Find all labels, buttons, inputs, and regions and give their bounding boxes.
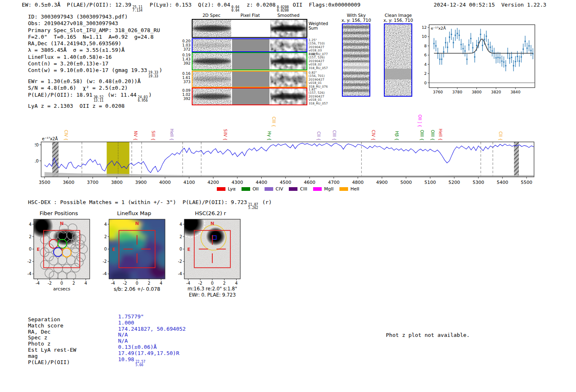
catalog-match-table: Separation1.75779"Match score1.000RA, De… [28,316,186,365]
legend-swatch [265,187,273,191]
header-summary: EW: 0.5±0.3Å P(LAE)/P(OII): 12.3925.117.… [22,2,360,13]
match-field-value: 1.000 [118,320,134,326]
stacked-fraction: 0.040.04 [232,6,239,13]
info-line: P(LAE)/P(OII): 18.9130.5213.11 (w: 11.44… [28,92,163,103]
legend-item: CIV [265,186,283,192]
y-tick-label: 2 [104,234,107,239]
photz-unavailable-note: Phot z plot not available. [386,332,470,338]
x-tick-label: 4700 [328,180,339,185]
emission-line-label: Hγ { [267,131,272,141]
x-tick-label: 0 [60,281,63,285]
x-tick-label: 3800 [471,90,481,94]
with-sky-coords: x, y: 156, 710 [341,18,372,23]
text-segment: HSC-DEX : Possible Matches = 1 (within +… [28,199,247,205]
detection-info-block: ID: 3003097943 (3003097943.pdf)Obs: 2019… [28,14,163,109]
text-segment: P(Lyα): 0.153 Q(z): 0.04 [143,2,230,8]
match-field-value: 174.241827, 50.694052 [118,326,186,332]
row-right-annotation: 1.81"(157, 526)20190427v018_01318_RU_057 [309,88,334,105]
text-segment: EWr = 1.30(±0.58) (w: 0.48(±0.20))Å [28,78,141,84]
legend-swatch [289,187,297,191]
y-tick-label: 20 [35,142,39,147]
line-fit-zoom-plot: 37603780380038203840024681012e⁻¹⁷x2Å [411,19,557,95]
x-tick-label: -2 [48,281,52,285]
row-left-stats: 0.191.43392 [179,53,190,65]
y-tick-label: 12 [422,25,427,30]
fiber-cutout-row [192,52,307,70]
fiber-plot-xlabel: arcsecs [53,286,70,292]
text-segment: ID: 3003097943 (3003097943.pdf) [28,14,128,20]
col-title-smoothed: Smoothed [269,13,308,18]
stacked-fraction: 24.036.956 [138,96,148,103]
weighted-sum-label: WeightedSum [309,21,328,30]
cutout-image-flat [232,20,269,37]
hsc-caption-line: m:16.3 re:2.0" s:1.8" [188,286,237,292]
x-tick-label: 4000 [159,180,171,185]
row-left-stat: 1.03 [179,43,190,47]
x-tick-label: 4200 [207,180,219,185]
legend-swatch [313,187,322,191]
stacked-fraction: 22.575.66 [135,360,145,367]
compass-east-label: E [187,247,190,252]
x-tick-label: 5200 [448,180,460,185]
y-tick-label: -2 [28,259,32,264]
info-line: F=2.0" T=0.165 N=1.11 A=0.92 g=24.8 [28,34,163,40]
row-left-stat: 372 [179,47,190,51]
text-segment: F=2.0" T=0.165 N=1.11 A=0.92 g=24.8 [28,34,153,40]
text-segment: ) [159,67,163,73]
x-tick-label: 5100 [425,180,436,185]
emission-line-label: CIV { [371,130,376,141]
row-right-annotation: 0.68"(157, 526)20190427v018_02318_RU_057 [309,53,334,70]
lineflux-map-plot: NE-4-4-2-2002244s/b: 2.06 +/- 0.078 [99,216,169,296]
match-field-label: mag [28,353,118,359]
row-left-stat: 373 [179,80,190,84]
text-segment: OII Flags:0x00000009 [290,2,360,8]
y-tick-label: 0 [424,81,427,85]
report-datetime: 2024-12-24 00:52:15 [434,2,495,8]
text-segment: RA,Dec (174.241943,50.693569) [28,40,121,46]
compass-east-label: E [112,247,115,252]
legend-label: MgII [324,186,334,192]
emission-line-label: OII ] { [418,115,422,127]
compass-north-label: N [210,221,214,226]
y-tick-label: 4 [29,222,31,227]
with-sky-title-text: With Sky [341,13,372,18]
row-left-stats: 0.161.61373 [179,72,190,84]
info-line: Obs: 20190427v018_3003097943 [28,20,163,27]
match-field-value: 10.9822.575.66 [118,356,146,362]
text-segment: Cont(w) = 9.10(±0.01)e-17 (gmag 19.33 [28,67,147,73]
y-tick-label: 10 [422,34,427,39]
row-right-annotation: 0.82"(156, 701)20190427v018_01318_RU_076 [309,71,334,88]
y-tick-label: -4 [28,271,32,276]
text-segment: (r) [259,199,272,205]
row-left-stat: 0.16 [179,72,190,76]
x-tick-label: -2 [198,281,202,285]
match-field-label: Separation [28,316,118,322]
cutout-image-flat [232,39,269,51]
info-line: Cont(w) = 9.10(±0.01)e-17 (gmag 19.3319.… [28,67,163,78]
x-tick-label: 3600 [63,180,74,185]
fiber-cutout-row [192,38,307,52]
x-tick-label: 0 [211,281,214,285]
x-tick-label: 5400 [497,180,508,185]
x-tick-label: 2 [223,281,225,285]
info-line: RA,Dec (174.241943,50.693569) [28,40,163,47]
info-line: Cont(n) = 3.20(±0.13)e-17 [28,60,163,67]
cutout-image-smooth [270,72,307,87]
text-segment: EW: 0.5±0.3Å P(LAE)/P(OII): 12.39 [22,2,131,8]
emission-line-label: CII { [316,132,321,141]
x-tick-label: 0 [136,281,138,285]
text-segment: λ = 3805.45Å σ = 3.55(±1.59)Å [28,47,125,53]
row-left-stat: 1.02 [179,93,190,97]
emission-line-label: NV { [133,131,138,141]
x-tick-label: 2 [148,281,150,285]
x-tick-label: 3800 [111,180,123,185]
match-table-row: Spec zN/A [28,334,186,341]
legend-swatch [242,187,250,191]
x-tick-label: 3820 [491,90,501,94]
y-tick-label: 6 [424,53,427,57]
cutout-image-smooth [270,20,307,37]
y-tick-label: 8 [424,44,427,48]
y-tick-label: -4 [178,271,182,276]
legend-swatch [217,187,225,191]
hsc-cutout-plot: NE-4-4-2-2002244m:16.3 re:2.0" s:1.8"EWr… [174,216,246,300]
